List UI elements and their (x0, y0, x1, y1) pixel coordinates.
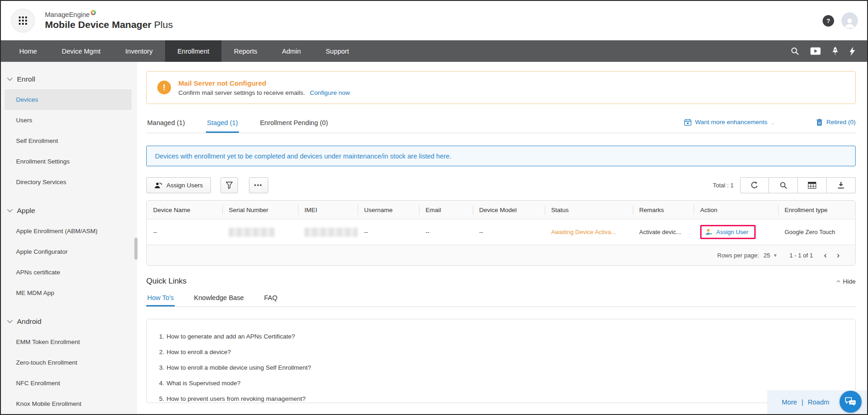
sidebar-item-enrollment-settings[interactable]: Enrollment Settings (5, 151, 132, 172)
column-header-enrollment-type[interactable]: Enrollment type (778, 201, 855, 219)
cell-username: -- (358, 219, 419, 245)
hide-quick-links[interactable]: Hide (836, 278, 856, 285)
quick-links-title: Quick Links (146, 277, 187, 286)
search-icon[interactable] (791, 47, 799, 55)
sidebar-item-zero-touch-enrollment[interactable]: Zero-touch Enrollment (5, 352, 132, 373)
header-actions: ? (823, 12, 867, 29)
video-icon[interactable] (810, 47, 821, 55)
table-grid-icon (808, 182, 816, 189)
assign-user-highlight[interactable]: Assign User (700, 225, 756, 239)
tab-staged[interactable]: Staged (1) (206, 114, 239, 133)
column-header-action[interactable]: Action (694, 201, 778, 219)
how-to-link-2[interactable]: 2.How to enroll a device? (159, 344, 855, 360)
how-to-link-1[interactable]: 1.How to generate and add an APNs Certif… (159, 328, 855, 344)
manageengine-swirl-icon (91, 10, 96, 15)
previous-page-button[interactable]: ‹ (824, 251, 827, 259)
search-table-button[interactable] (769, 177, 798, 193)
how-tos-panel: 1.How to generate and add an APNs Certif… (146, 319, 856, 403)
nav-item-enrollment[interactable]: Enrollment (165, 40, 221, 62)
column-header-imei[interactable]: IMEI (298, 201, 358, 219)
user-avatar[interactable] (841, 12, 858, 29)
column-header-device-model[interactable]: Device Model (473, 201, 545, 219)
nav-item-admin[interactable]: Admin (270, 40, 313, 62)
refresh-button[interactable] (740, 177, 769, 193)
roadmap-link[interactable]: Roadm (808, 399, 829, 406)
warning-icon: ! (157, 81, 171, 94)
sidebar-item-apple-configurator[interactable]: Apple Configurator (5, 241, 132, 262)
flash-icon[interactable] (850, 47, 855, 56)
rows-per-page-value[interactable]: 25 (763, 252, 770, 259)
column-header-username[interactable]: Username (358, 201, 419, 219)
sidebar-item-apns-certificate[interactable]: APNs certificate (5, 262, 132, 283)
cell-status: Awaiting Device Activa... (545, 219, 633, 245)
cell-email: -- (419, 219, 473, 245)
more-link[interactable]: More (782, 399, 797, 406)
sidebar-item-emm-token-enrollment[interactable]: EMM Token Enrollment (5, 332, 132, 352)
sidebar-item-nfc-enrollment[interactable]: NFC Enrollment (5, 373, 132, 393)
column-chooser-button[interactable] (798, 177, 827, 193)
nav-item-support[interactable]: Support (313, 40, 361, 62)
tab-managed[interactable]: Managed (1) (146, 114, 186, 133)
search-icon (780, 181, 787, 189)
chat-widget-button[interactable] (840, 391, 862, 413)
rocket-icon[interactable] (832, 47, 839, 56)
sidebar-item-directory-services[interactable]: Directory Services (5, 172, 132, 192)
sidebar-item-devices[interactable]: Devices (5, 89, 132, 110)
filter-button[interactable] (221, 177, 238, 193)
cell-serial-number (222, 219, 298, 245)
sidebar-item-users[interactable]: Users (5, 110, 132, 131)
nav-item-home[interactable]: Home (7, 40, 50, 62)
assign-users-button[interactable]: Assign Users (146, 177, 211, 193)
redacted-serial-number (229, 228, 275, 237)
sidebar-section-apple[interactable]: Apple (1, 201, 137, 221)
column-header-serial-number[interactable]: Serial Number (222, 201, 298, 219)
app-window: ManageEngine Mobile Device Manager Plus … (0, 0, 868, 415)
chevron-down-icon (7, 77, 13, 81)
tab-enrollment-pending[interactable]: Enrollment Pending (0) (259, 114, 329, 133)
top-navigation: Home Device Mgmt Inventory Enrollment Re… (1, 40, 867, 62)
next-page-button[interactable]: › (837, 251, 840, 259)
how-to-link-5[interactable]: 5.How to prevent users from revoking man… (159, 391, 855, 406)
column-header-email[interactable]: Email (419, 201, 473, 219)
nav-item-device-mgmt[interactable]: Device Mgmt (50, 40, 113, 62)
sidebar-item-knox-mobile-enrollment[interactable]: Knox Mobile Enrollment (5, 393, 132, 414)
retired-link[interactable]: Retired (0) (816, 119, 856, 126)
tab-how-tos[interactable]: How To's (146, 290, 175, 306)
nav-item-reports[interactable]: Reports (221, 40, 270, 62)
sidebar-section-android[interactable]: Android (1, 311, 137, 332)
app-header: ManageEngine Mobile Device Manager Plus … (1, 1, 867, 40)
brand-name: ManageEngine (45, 11, 90, 18)
tab-faq[interactable]: FAQ (263, 290, 278, 306)
cell-action: Assign User (694, 219, 778, 245)
redacted-imei (304, 228, 358, 237)
help-button[interactable]: ? (823, 15, 834, 27)
rows-per-page-caret-icon[interactable]: ▼ (773, 253, 778, 258)
sidebar-item-me-mdm-app[interactable]: ME MDM App (5, 283, 132, 303)
assign-user-link[interactable]: Assign User (716, 229, 748, 235)
more-actions-button[interactable]: ••• (249, 177, 268, 193)
sidebar-item-apple-enrollment[interactable]: Apple Enrollment (ABM/ASM) (5, 221, 132, 241)
sidebar-section-enroll[interactable]: Enroll (1, 69, 137, 89)
question-mark-icon: ? (827, 17, 830, 24)
product-logo: ManageEngine Mobile Device Manager Plus (45, 11, 173, 30)
rows-per-page-label: Rows per page: (717, 252, 759, 259)
tab-knowledge-base[interactable]: Knowledge Base (193, 290, 245, 306)
column-header-remarks[interactable]: Remarks (633, 201, 694, 219)
chevron-down-icon (7, 320, 13, 323)
cell-device-model: -- (473, 219, 545, 245)
nav-item-inventory[interactable]: Inventory (113, 40, 165, 62)
how-to-link-3[interactable]: 3.How to enroll a mobile device using Se… (159, 360, 855, 375)
total-count: Total : 1 (713, 182, 734, 189)
scrollbar-thumb[interactable] (134, 238, 138, 260)
nav-icon-group (791, 40, 867, 62)
column-header-status[interactable]: Status (545, 201, 633, 219)
export-button[interactable] (827, 177, 856, 193)
want-more-enhancements-link[interactable]: Want more enhancements (684, 119, 768, 126)
app-launcher-button[interactable] (11, 9, 35, 33)
devices-table: Device Name Serial Number IMEI Username … (146, 200, 856, 266)
column-header-device-name[interactable]: Device Name (147, 201, 222, 219)
sidebar-item-self-enrollment[interactable]: Self Enrollment (5, 131, 132, 151)
configure-now-link[interactable]: Configure now (310, 89, 350, 96)
pagination-range: 1 - 1 of 1 (790, 252, 813, 259)
how-to-link-4[interactable]: 4.What is Supervised mode? (159, 375, 855, 391)
